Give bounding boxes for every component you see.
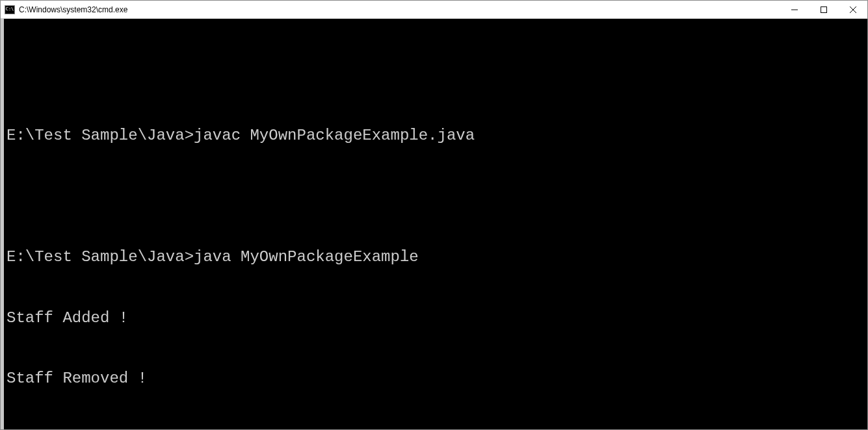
window-titlebar[interactable]: C:\Windows\system32\cmd.exe <box>1 1 867 19</box>
terminal-line: Staff Removed ! <box>7 368 865 388</box>
terminal-line: Staff Added ! <box>7 308 865 328</box>
close-button[interactable] <box>838 1 867 18</box>
maximize-button[interactable] <box>809 1 838 18</box>
svg-rect-1 <box>821 6 826 12</box>
terminal-line <box>7 64 865 84</box>
window-controls <box>780 1 867 18</box>
minimize-button[interactable] <box>780 1 809 18</box>
terminal-line: E:\Test Sample\Java>javac MyOwnPackageEx… <box>7 125 865 145</box>
terminal-line <box>7 186 865 207</box>
window-title: C:\Windows\system32\cmd.exe <box>19 5 127 14</box>
terminal-line: E:\Test Sample\Java>java MyOwnPackageExa… <box>7 247 865 267</box>
terminal-output[interactable]: E:\Test Sample\Java>javac MyOwnPackageEx… <box>1 19 867 429</box>
titlebar-left: C:\Windows\system32\cmd.exe <box>5 5 127 14</box>
cmd-icon <box>5 5 15 14</box>
